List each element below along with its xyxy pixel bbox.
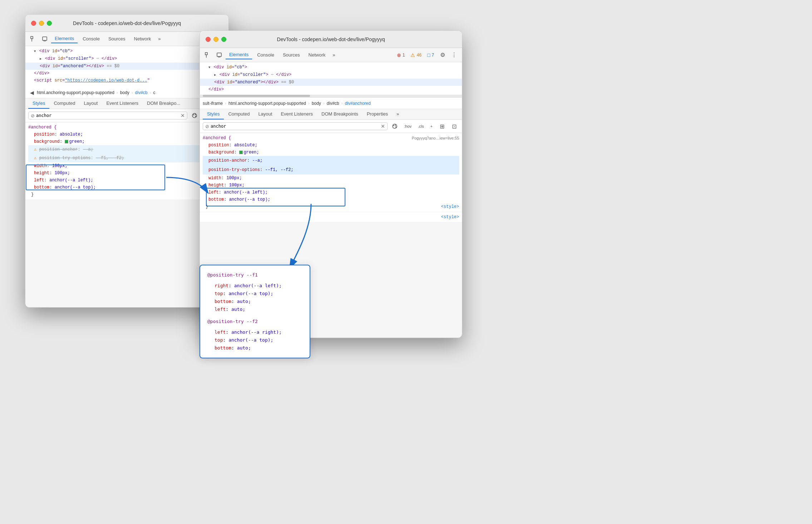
tab-event-listeners-2[interactable]: Event Listeners xyxy=(276,109,317,119)
css-close-brace-2: } <style> xyxy=(203,203,459,210)
tab-computed-2[interactable]: Computed xyxy=(224,109,254,119)
html-line-div-cb-2: <div id="cb"> xyxy=(200,64,462,71)
hov-btn-2[interactable]: :hov xyxy=(402,123,414,129)
html-line-close-div-2: </div> xyxy=(200,86,462,93)
svg-point-4 xyxy=(192,113,197,118)
device-icon-2[interactable] xyxy=(214,50,224,60)
expand-icon-4[interactable] xyxy=(214,72,216,77)
expand-icon-1[interactable] xyxy=(34,49,36,54)
svg-rect-8 xyxy=(205,53,207,55)
css-prop-position-2: position: absolute; xyxy=(203,142,459,149)
source-link-style-1[interactable]: <style> xyxy=(441,203,459,210)
breadcrumb-item-w2-4[interactable]: div#cb xyxy=(327,101,339,106)
css-prop-bottom-1: bottom: anchor(--a top); xyxy=(28,184,226,191)
tab-computed-1[interactable]: Computed xyxy=(49,98,79,109)
html-line-script: <script src="https://codepen.io/web-dot-… xyxy=(25,77,228,84)
dots-icon-2[interactable]: ⋮ xyxy=(449,50,459,60)
tab-more-2[interactable]: » xyxy=(392,109,403,119)
svg-point-5 xyxy=(193,114,194,116)
breadcrumb-item-w2-1[interactable]: sult-iframe xyxy=(203,101,223,106)
tab-styles-2[interactable]: Styles xyxy=(203,109,224,119)
filter-clear-icon-2[interactable]: ✕ xyxy=(381,123,385,129)
breadcrumb-item-4[interactable]: c xyxy=(153,90,156,95)
tab-sources-2[interactable]: Sources xyxy=(279,51,304,59)
close-button-2[interactable] xyxy=(206,37,211,42)
more-tabs-2[interactable]: » xyxy=(330,51,337,59)
breadcrumb-item-w2-5[interactable]: div#anchored xyxy=(345,101,371,106)
expand-icon-5[interactable]: ⊡ xyxy=(449,121,459,131)
tab-console-1[interactable]: Console xyxy=(79,35,103,43)
expand-icon-2[interactable] xyxy=(40,56,41,61)
tab-layout-2[interactable]: Layout xyxy=(254,109,276,119)
styles-panel-2: #anchored { Pogyyyq?ano…iew=live:55 posi… xyxy=(200,133,462,222)
maximize-button-1[interactable] xyxy=(47,21,52,26)
popup-prop-bottom-2: bottom: auto; xyxy=(207,344,302,352)
source-link-2[interactable]: Pogyyyq?ano…iew=live:55 xyxy=(412,134,459,142)
tab-event-listeners-1[interactable]: Event Listeners xyxy=(102,98,143,109)
breadcrumb-item-w2-3[interactable]: body xyxy=(312,101,321,106)
filter-clear-icon-1[interactable]: ✕ xyxy=(181,113,185,118)
tab-dom-breakpoints-1[interactable]: DOM Breakpo... xyxy=(143,98,184,109)
breadcrumb-item-w2-2[interactable]: html.anchoring-support.popup-supported xyxy=(228,101,306,106)
css-close-brace-1: } xyxy=(28,191,226,198)
breadcrumb-bar-1: ◀ html.anchoring-support.popup-supported… xyxy=(25,87,228,98)
settings-icon-2[interactable]: ⊞ xyxy=(437,121,447,131)
maximize-button-2[interactable] xyxy=(221,37,226,42)
palette-icon-2[interactable] xyxy=(390,121,400,131)
palette-icon-1[interactable] xyxy=(190,111,200,121)
tab-network-2[interactable]: Network xyxy=(305,51,329,59)
html-scrollbar-2[interactable] xyxy=(200,95,462,98)
popup-prop-right: right: anchor(--a left); xyxy=(207,282,302,290)
svg-point-14 xyxy=(395,125,396,126)
expand-icon-3[interactable] xyxy=(208,65,210,70)
svg-rect-11 xyxy=(218,57,220,57)
css-prop-height-1: height: 100px; xyxy=(28,170,226,177)
tab-elements-2[interactable]: Elements xyxy=(226,50,252,59)
gear-icon-2[interactable]: ⚙ xyxy=(438,50,448,60)
device-icon-1[interactable] xyxy=(40,34,50,44)
title-bar-2: DevTools - codepen.io/web-dot-dev/live/P… xyxy=(200,31,462,48)
tab-network-1[interactable]: Network xyxy=(131,35,155,43)
tab-layout-1[interactable]: Layout xyxy=(79,98,102,109)
svg-point-15 xyxy=(395,127,397,128)
css-selector-2: #anchored { xyxy=(203,134,231,142)
tab-console-2[interactable]: Console xyxy=(254,51,278,59)
info-square-icon: □ xyxy=(427,52,430,58)
css-prop-left-2: left: anchor(--a left); xyxy=(203,189,459,196)
plus-btn-2[interactable]: + xyxy=(428,123,435,129)
tab-styles-1[interactable]: Styles xyxy=(28,98,49,109)
html-line-anchored-2[interactable]: <div id="anchored"></div> == $0 xyxy=(200,79,462,86)
filter-input-2[interactable] xyxy=(211,124,379,129)
color-swatch-1[interactable] xyxy=(65,140,68,143)
breadcrumb-back-1[interactable]: ◀ xyxy=(28,88,35,98)
breadcrumb-item-3[interactable]: div#cb xyxy=(135,90,148,95)
breadcrumb-item-2[interactable]: body xyxy=(120,90,129,95)
html-line-anchored[interactable]: <div id="anchored"></div> == $0 xyxy=(25,63,228,70)
tab-elements-1[interactable]: Elements xyxy=(51,34,78,43)
svg-rect-2 xyxy=(43,37,47,40)
css-prop-left-1: left: anchor(--a left); xyxy=(28,177,226,184)
css-selector-1: #anchored { xyxy=(28,124,56,131)
filter-funnel-icon-2: ⊘ xyxy=(205,124,209,129)
inspector-icon-2[interactable] xyxy=(203,50,213,60)
html-panel-2: <div id="cb"> <div id="scroller"> ⋯ </di… xyxy=(200,62,462,94)
breadcrumb-item-1[interactable]: html.anchoring-support.popup-supported xyxy=(37,90,114,95)
cls-btn-2[interactable]: .cls xyxy=(416,123,426,129)
more-tabs-1[interactable]: » xyxy=(156,35,163,43)
tab-sources-1[interactable]: Sources xyxy=(105,35,129,43)
warning-count: 46 xyxy=(417,53,421,58)
css-prop-width-1: width: 100px; xyxy=(28,162,226,170)
filter-input-1[interactable] xyxy=(36,113,179,118)
svg-point-13 xyxy=(393,125,394,126)
tab-dom-breakpoints-2[interactable]: DOM Breakpoints xyxy=(317,109,363,119)
minimize-button-2[interactable] xyxy=(213,37,218,42)
tab-properties-2[interactable]: Properties xyxy=(363,109,392,119)
source-link-style-2[interactable]: <style> xyxy=(441,214,459,221)
close-button-1[interactable] xyxy=(31,21,36,26)
inspector-icon-1[interactable] xyxy=(28,34,38,44)
color-swatch-2[interactable] xyxy=(239,151,243,154)
popup-prop-top-2: top: anchor(--a top); xyxy=(207,336,302,344)
devtools-window-1: DevTools - codepen.io/web-dot-dev/live/P… xyxy=(25,14,229,308)
minimize-button-1[interactable] xyxy=(39,21,44,26)
css-prop-position-try-1: ⚠ position-try-options: --f1, --f2; xyxy=(28,154,226,162)
